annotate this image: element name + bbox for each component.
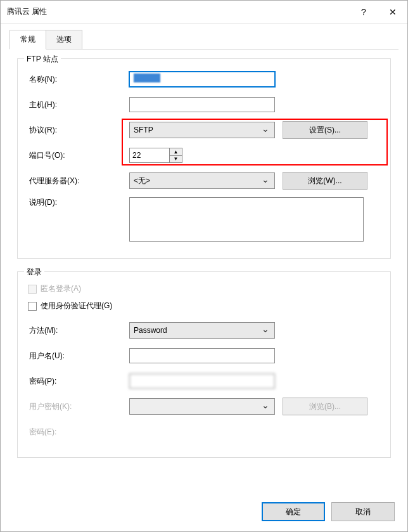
host-label: 主机(H): bbox=[28, 100, 129, 110]
browse-proxy-button[interactable]: 浏览(W)... bbox=[283, 172, 367, 190]
titlebar: 腾讯云 属性 ? ✕ bbox=[1, 1, 407, 23]
tab-general[interactable]: 常规 bbox=[10, 30, 46, 49]
name-input[interactable]: my bbox=[129, 72, 275, 87]
port-spinner[interactable]: ▲ ▼ bbox=[129, 148, 182, 163]
host-input[interactable] bbox=[129, 97, 275, 112]
anonymous-checkbox bbox=[28, 285, 37, 294]
port-spin-buttons: ▲ ▼ bbox=[169, 148, 182, 162]
name-label: 名称(N): bbox=[28, 74, 129, 85]
port-spin-down[interactable]: ▼ bbox=[170, 156, 182, 163]
help-button[interactable]: ? bbox=[349, 1, 378, 23]
settings-button[interactable]: 设置(S)... bbox=[283, 121, 367, 139]
protocol-label: 协议(R): bbox=[28, 125, 129, 136]
window-title: 腾讯云 属性 bbox=[7, 6, 349, 17]
password-label: 密码(P): bbox=[28, 376, 129, 387]
tab-options[interactable]: 选项 bbox=[46, 30, 82, 49]
login-legend: 登录 bbox=[24, 267, 44, 278]
password2-label: 密码(E): bbox=[28, 427, 129, 438]
method-label: 方法(M): bbox=[28, 325, 129, 336]
proxy-label: 代理服务器(X): bbox=[28, 176, 129, 186]
username-input[interactable] bbox=[129, 348, 275, 363]
cancel-button[interactable]: 取消 bbox=[331, 502, 395, 521]
auth-agent-label: 使用身份验证代理(G) bbox=[41, 301, 112, 311]
ftp-site-group: FTP 站点 名称(N): my 主机(H): 协议(R): SFTP 设置(S… bbox=[17, 58, 391, 259]
ok-button[interactable]: 确定 bbox=[262, 502, 325, 521]
dialog-footer: 确定 取消 bbox=[1, 496, 407, 531]
method-select[interactable]: Password bbox=[129, 322, 275, 339]
protocol-select[interactable]: SFTP bbox=[129, 122, 275, 138]
login-group: 登录 匿名登录(A) 使用身份验证代理(G) 方法(M): Password 用… bbox=[17, 271, 391, 458]
user-key-select bbox=[129, 398, 275, 415]
content-area: FTP 站点 名称(N): my 主机(H): 协议(R): SFTP 设置(S… bbox=[1, 49, 407, 496]
properties-dialog: 腾讯云 属性 ? ✕ 常规 选项 FTP 站点 名称(N): my 主机(H): bbox=[0, 0, 408, 532]
anonymous-label: 匿名登录(A) bbox=[41, 283, 81, 294]
port-input[interactable] bbox=[130, 148, 169, 162]
close-button[interactable]: ✕ bbox=[378, 1, 407, 23]
username-label: 用户名(U): bbox=[28, 351, 129, 361]
proxy-select[interactable]: <无> bbox=[129, 172, 275, 189]
port-spin-up[interactable]: ▲ bbox=[170, 148, 182, 156]
browse-key-button: 浏览(B)... bbox=[283, 398, 367, 415]
password-input[interactable] bbox=[129, 373, 275, 389]
ftp-site-legend: FTP 站点 bbox=[24, 54, 61, 65]
user-key-label: 用户密钥(K): bbox=[28, 401, 129, 412]
tab-strip: 常规 选项 bbox=[1, 23, 407, 49]
description-textarea[interactable] bbox=[129, 197, 364, 242]
description-label: 说明(D): bbox=[28, 197, 129, 208]
port-label: 端口号(O): bbox=[28, 150, 129, 161]
auth-agent-checkbox[interactable] bbox=[28, 302, 37, 311]
